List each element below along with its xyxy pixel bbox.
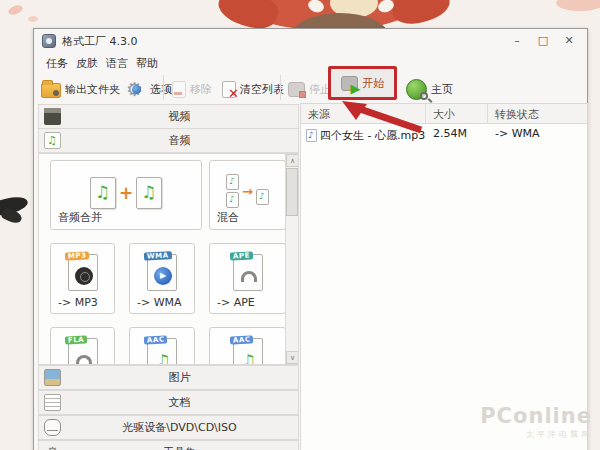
- toolbar-separator: [163, 75, 164, 100]
- tile-to-flac[interactable]: FLA: [50, 327, 115, 365]
- category-document[interactable]: 文档: [38, 390, 299, 415]
- video-label: 视频: [61, 109, 298, 124]
- tile-to-aac-2[interactable]: AAC♫: [209, 327, 286, 365]
- wallpaper-petal: [28, 16, 38, 22]
- wallpaper-petal: [556, 0, 600, 11]
- tile-mix[interactable]: ♪ ♪ → ♪ 混合: [209, 160, 286, 230]
- aac-file-icon: AAC♫: [147, 338, 177, 366]
- audio-merge-label: 音频合并: [58, 210, 102, 225]
- task-convert-status: -> WMA: [488, 125, 587, 144]
- output-folder-label: 输出文件夹: [65, 82, 120, 97]
- pconline-watermark: PConline 太平洋电脑网: [480, 404, 592, 440]
- audio-label: 音频: [61, 133, 298, 148]
- category-audio[interactable]: ♫ 音频: [38, 128, 299, 153]
- task-list-panel: 来源 大小 转换状态 ♪ 四个女生 - 心愿.mp3 2.54M -> WMA: [300, 103, 588, 450]
- clear-list-icon: ✕: [222, 81, 236, 98]
- audio-file-icon: ♪: [256, 189, 269, 205]
- column-source[interactable]: 来源: [301, 104, 426, 123]
- clear-list-button[interactable]: ✕ 清空列表: [222, 76, 284, 102]
- ape-file-icon: APE: [233, 254, 263, 291]
- mp3-file-icon: MP3: [68, 254, 98, 291]
- window-title: 格式工厂 4.3.0: [62, 34, 138, 49]
- mp3-note-icon: ♪: [306, 129, 317, 142]
- menu-help[interactable]: 帮助: [132, 55, 162, 72]
- category-toolset[interactable]: ⚙ 工具集: [38, 440, 299, 450]
- minimize-button[interactable]: –: [509, 33, 525, 49]
- menu-skins[interactable]: 皮肤: [72, 55, 102, 72]
- toolbar-separator: [280, 75, 281, 100]
- column-status[interactable]: 转换状态: [488, 104, 587, 123]
- mix-label: 混合: [217, 210, 239, 225]
- document-icon: [44, 394, 61, 411]
- toolbar: 输出文件夹 ⚙ 选项 移除 ✕ 清空列表 停止 主页: [34, 71, 587, 105]
- remove-button[interactable]: 移除: [172, 76, 212, 102]
- arrow-icon: →: [242, 184, 253, 199]
- tile-audio-merge[interactable]: ♫ + ♫ 音频合并: [50, 160, 202, 230]
- home-button[interactable]: 主页: [406, 76, 453, 102]
- rom-label: 光驱设备\DVD\CD\ISO: [61, 420, 298, 435]
- stop-button[interactable]: 停止: [288, 76, 331, 102]
- menu-tasks[interactable]: 任务: [42, 55, 72, 72]
- scroll-down-icon[interactable]: ∨: [286, 351, 299, 364]
- to-mp3-label: -> MP3: [58, 296, 98, 309]
- plus-icon: +: [119, 183, 133, 203]
- start-button[interactable]: 开始: [363, 76, 385, 91]
- maximize-button[interactable]: □: [535, 33, 551, 49]
- audio-file-icon: ♫: [136, 177, 162, 209]
- task-file-name: 四个女生 - 心愿.mp3: [320, 128, 425, 143]
- tile-to-wma[interactable]: WMA▶ -> WMA: [129, 243, 195, 314]
- title-bar[interactable]: 格式工厂 4.3.0 – □ ✕: [34, 29, 587, 53]
- task-file-size: 2.54M: [426, 125, 488, 144]
- flac-file-icon: FLA: [68, 338, 98, 366]
- home-label: 主页: [431, 82, 453, 97]
- task-table-header: 来源 大小 转换状态: [301, 104, 587, 124]
- start-button-highlight: ▶ 开始: [328, 66, 397, 100]
- globe-home-icon: [406, 79, 427, 100]
- video-icon: [44, 108, 61, 125]
- column-size[interactable]: 大小: [426, 104, 488, 123]
- tile-to-aac[interactable]: AAC♫: [129, 327, 195, 365]
- audio-tools-grid: ♫ + ♫ 音频合并 ♪ ♪ → ♪ 混合: [38, 153, 299, 365]
- wallpaper-petal: [7, 3, 24, 16]
- clear-list-label: 清空列表: [240, 82, 284, 97]
- to-wma-label: -> WMA: [137, 296, 182, 309]
- desktop-background: 格式工厂 4.3.0 – □ ✕ 任务 皮肤 语言 帮助 输出文件夹 ⚙ 选项: [0, 0, 600, 450]
- wallpaper-artwork: [389, 0, 453, 29]
- close-button[interactable]: ✕: [561, 33, 577, 49]
- options-button[interactable]: ⚙ 选项: [126, 76, 172, 102]
- scrollbar-thumb[interactable]: [286, 168, 298, 216]
- menu-language[interactable]: 语言: [102, 55, 132, 72]
- options-label: 选项: [150, 82, 172, 97]
- music-note-icon: ♫: [44, 132, 61, 149]
- audio-file-icon: ♫: [90, 177, 116, 209]
- app-icon: [42, 34, 56, 48]
- folder-icon: [41, 83, 61, 98]
- gear-icon: ⚙: [126, 79, 146, 99]
- tile-to-ape[interactable]: APE -> APE: [209, 243, 286, 314]
- picture-icon: [44, 369, 61, 386]
- stop-icon: [288, 82, 305, 97]
- audio-file-icon: ♪: [226, 174, 239, 190]
- remove-file-icon: [172, 81, 186, 98]
- menu-bar: 任务 皮肤 语言 帮助: [34, 53, 587, 71]
- gear-icon: ⚙: [44, 444, 61, 450]
- category-panel: 视频 ♫ 音频 ♫ + ♫ 音频合并: [38, 103, 299, 450]
- table-row[interactable]: ♪ 四个女生 - 心愿.mp3 2.54M -> WMA: [301, 125, 587, 144]
- scroll-up-icon[interactable]: ∧: [286, 154, 299, 167]
- disc-drive-icon: [44, 419, 61, 436]
- tiles-scrollbar[interactable]: ∧ ∨: [285, 154, 298, 364]
- format-factory-window: 格式工厂 4.3.0 – □ ✕ 任务 皮肤 语言 帮助 输出文件夹 ⚙ 选项: [33, 28, 588, 450]
- watermark-brand: PConline: [480, 404, 592, 428]
- remove-label: 移除: [190, 82, 212, 97]
- document-label: 文档: [61, 395, 298, 410]
- tile-to-mp3[interactable]: MP3 -> MP3: [50, 243, 115, 314]
- audio-file-icon: ♪: [226, 192, 239, 208]
- category-rom-device[interactable]: 光驱设备\DVD\CD\ISO: [38, 415, 299, 440]
- category-video[interactable]: 视频: [38, 104, 299, 129]
- watermark-subtitle: 太平洋电脑网: [480, 429, 592, 440]
- output-folder-button[interactable]: 输出文件夹: [41, 76, 120, 102]
- to-ape-label: -> APE: [217, 296, 255, 309]
- wma-file-icon: WMA▶: [147, 254, 177, 291]
- category-picture[interactable]: 图片: [38, 365, 299, 390]
- aac-file-icon: AAC♫: [233, 338, 263, 366]
